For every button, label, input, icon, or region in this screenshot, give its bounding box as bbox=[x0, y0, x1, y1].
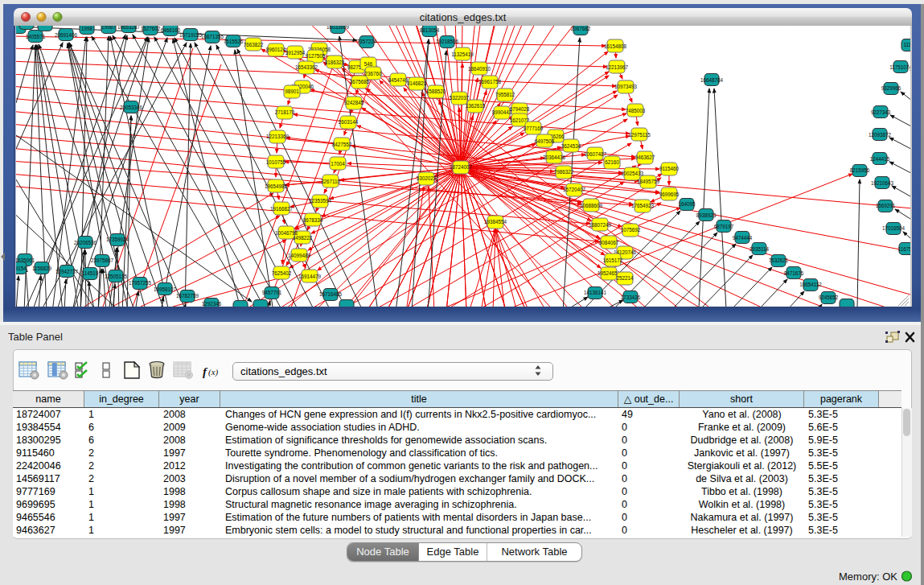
svg-text:18495759: 18495759 bbox=[637, 179, 660, 184]
svg-text:12213369: 12213369 bbox=[266, 134, 290, 139]
svg-text:8813054: 8813054 bbox=[420, 27, 440, 33]
svg-text:1075692: 1075692 bbox=[621, 227, 641, 233]
svg-text:17654923: 17654923 bbox=[631, 203, 655, 208]
svg-text:39154: 39154 bbox=[16, 266, 27, 271]
svg-text:9777169: 9777169 bbox=[524, 126, 544, 131]
svg-text:20206536: 20206536 bbox=[74, 240, 97, 245]
svg-text:9474444: 9474444 bbox=[733, 235, 753, 241]
svg-text:20364436: 20364436 bbox=[543, 154, 566, 160]
svg-text:1615172: 1615172 bbox=[603, 257, 623, 263]
svg-text:164095: 164095 bbox=[678, 201, 696, 207]
svg-text:8186323: 8186323 bbox=[325, 60, 345, 65]
svg-text:7986322: 7986322 bbox=[554, 169, 574, 175]
svg-text:8454749: 8454749 bbox=[388, 77, 409, 83]
svg-text:14136141: 14136141 bbox=[584, 290, 607, 295]
svg-text:1569291: 1569291 bbox=[876, 203, 896, 208]
svg-text:6794028: 6794028 bbox=[510, 106, 530, 112]
svg-text:10653287: 10653287 bbox=[117, 26, 141, 30]
svg-text:1362615: 1362615 bbox=[466, 103, 486, 109]
svg-text:12353594: 12353594 bbox=[309, 198, 332, 204]
svg-text:10025433: 10025433 bbox=[621, 171, 644, 176]
svg-text:1156829: 1156829 bbox=[32, 266, 52, 271]
svg-text:1010755: 1010755 bbox=[266, 159, 286, 165]
svg-text:9329966: 9329966 bbox=[881, 85, 901, 91]
svg-text:7515526: 7515526 bbox=[224, 39, 244, 44]
svg-text:20691406: 20691406 bbox=[55, 32, 78, 38]
svg-text:16648784: 16648784 bbox=[700, 77, 724, 83]
svg-text:5302023: 5302023 bbox=[417, 175, 437, 181]
svg-text:62160: 62160 bbox=[605, 159, 619, 165]
svg-text:8471676: 8471676 bbox=[784, 270, 804, 276]
svg-text:252214: 252214 bbox=[616, 275, 634, 281]
svg-text:17359924: 17359924 bbox=[106, 237, 129, 242]
svg-text:8427552: 8427552 bbox=[332, 142, 352, 147]
svg-text:9457791: 9457791 bbox=[262, 290, 282, 295]
svg-text:1527602: 1527602 bbox=[141, 26, 161, 31]
svg-text:5322037: 5322037 bbox=[450, 95, 470, 101]
svg-text:19654985: 19654985 bbox=[265, 183, 288, 189]
svg-text:1244415: 1244415 bbox=[870, 156, 890, 162]
svg-text:7955812: 7955812 bbox=[495, 92, 515, 97]
svg-text:9227343: 9227343 bbox=[871, 109, 891, 115]
svg-text:10973493: 10973493 bbox=[614, 84, 638, 89]
svg-text:3912954: 3912954 bbox=[285, 50, 306, 56]
svg-text:18807249: 18807249 bbox=[589, 222, 612, 228]
svg-text:10210643: 10210643 bbox=[871, 180, 894, 186]
svg-text:10607487: 10607487 bbox=[584, 151, 607, 157]
svg-text:546: 546 bbox=[364, 61, 373, 67]
svg-text:f: f bbox=[203, 365, 208, 378]
svg-text:1588520: 1588520 bbox=[426, 89, 446, 94]
svg-text:14099489: 14099489 bbox=[288, 253, 311, 258]
svg-text:114519: 114519 bbox=[82, 270, 99, 276]
svg-text:3675685: 3675685 bbox=[350, 79, 370, 84]
svg-text:10958107: 10958107 bbox=[154, 286, 177, 292]
svg-text:98901: 98901 bbox=[285, 89, 299, 94]
svg-text:12213967: 12213967 bbox=[606, 64, 629, 70]
svg-text:3498222: 3498222 bbox=[293, 235, 313, 241]
svg-text:16671355: 16671355 bbox=[201, 34, 224, 39]
svg-text:(x): (x) bbox=[208, 367, 219, 377]
svg-text:19166827: 19166827 bbox=[270, 206, 294, 212]
svg-text:7625402: 7625402 bbox=[272, 270, 292, 276]
svg-text:8678334: 8678334 bbox=[303, 217, 323, 223]
svg-text:6497508: 6497508 bbox=[535, 138, 555, 144]
svg-text:16154808: 16154808 bbox=[604, 43, 627, 49]
svg-text:7632621: 7632621 bbox=[769, 257, 789, 263]
svg-text:10719155: 10719155 bbox=[179, 32, 203, 38]
svg-text:16782759: 16782759 bbox=[176, 293, 199, 299]
svg-text:2935114: 2935114 bbox=[749, 246, 770, 252]
svg-text:2718170: 2718170 bbox=[275, 109, 295, 115]
svg-text:8938923: 8938923 bbox=[696, 212, 717, 218]
svg-text:8215956: 8215956 bbox=[850, 167, 870, 173]
svg-text:1405571: 1405571 bbox=[26, 34, 46, 39]
svg-text:8960124: 8960124 bbox=[266, 47, 286, 52]
svg-text:16961758: 16961758 bbox=[478, 79, 502, 84]
svg-text:12093872: 12093872 bbox=[869, 132, 892, 138]
svg-text:19218506: 19218506 bbox=[436, 39, 459, 44]
svg-text:7357224: 7357224 bbox=[357, 39, 377, 44]
svg-text:10654112: 10654112 bbox=[799, 282, 822, 287]
svg-text:1117: 1117 bbox=[903, 42, 910, 47]
svg-text:10046798: 10046798 bbox=[275, 230, 298, 236]
svg-text:20053346: 20053346 bbox=[120, 105, 143, 110]
svg-text:16033809: 16033809 bbox=[326, 26, 350, 30]
svg-text:23975867: 23975867 bbox=[91, 257, 114, 263]
svg-text:11751074: 11751074 bbox=[889, 64, 910, 70]
svg-text:17004: 17004 bbox=[331, 161, 345, 167]
svg-text:9699695: 9699695 bbox=[659, 192, 680, 197]
svg-text:17016504: 17016504 bbox=[882, 225, 906, 231]
svg-text:236760: 236760 bbox=[364, 71, 382, 76]
svg-text:9146821: 9146821 bbox=[407, 80, 427, 86]
svg-text:9463627: 9463627 bbox=[635, 154, 655, 160]
svg-text:12505135: 12505135 bbox=[105, 274, 128, 279]
svg-text:1998: 1998 bbox=[81, 26, 93, 31]
svg-text:9084067: 9084067 bbox=[599, 240, 619, 245]
svg-text:7663822: 7663822 bbox=[244, 42, 264, 47]
svg-text:3624534: 3624534 bbox=[561, 143, 581, 149]
svg-text:6466160: 6466160 bbox=[161, 27, 181, 33]
svg-text:9242845: 9242845 bbox=[344, 100, 364, 105]
svg-text:12975115: 12975115 bbox=[628, 132, 651, 138]
svg-text:18640910: 18640910 bbox=[468, 66, 491, 72]
svg-text:19384554: 19384554 bbox=[484, 219, 507, 225]
svg-text:2603144: 2603144 bbox=[339, 119, 359, 125]
